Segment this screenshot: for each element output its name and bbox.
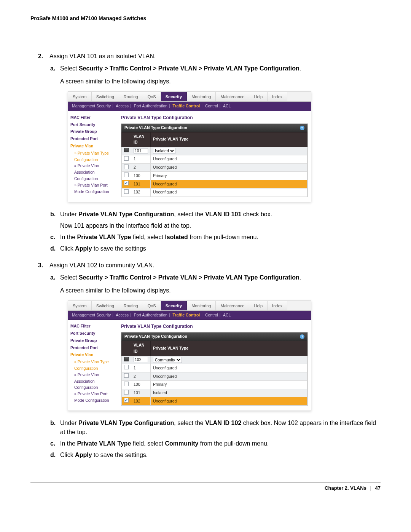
sidebar: MAC Filter Port Security Private Group P… xyxy=(68,111,119,200)
subnav-access[interactable]: Access xyxy=(116,104,129,108)
subnav-port-auth[interactable]: Port Authentication xyxy=(134,104,167,108)
sidebar-item-private-vlan[interactable]: Private Vlan xyxy=(70,143,117,149)
subnav-control[interactable]: Control xyxy=(205,313,218,317)
tab-routing[interactable]: Routing xyxy=(119,92,143,101)
help-icon[interactable]: ? xyxy=(300,126,304,130)
footer-page: 47 xyxy=(375,485,381,491)
col-checkbox xyxy=(122,341,131,356)
top-tabs: System Switching Routing QoS Security Mo… xyxy=(68,92,311,102)
tab-maintenance[interactable]: Maintenance xyxy=(216,301,249,310)
table-row[interactable]: 101 Unconfigured xyxy=(122,180,307,189)
sidebar-item-mac-filter[interactable]: MAC Filter xyxy=(70,323,117,329)
subnav-control[interactable]: Control xyxy=(205,104,218,108)
tab-system[interactable]: System xyxy=(68,301,92,310)
select-all-checkbox[interactable] xyxy=(124,357,129,361)
tab-security[interactable]: Security xyxy=(161,92,187,101)
subnav-traffic-control[interactable]: Traffic Control xyxy=(173,313,200,317)
table-row[interactable]: 102 Unconfigured xyxy=(122,188,307,197)
follow-up: Now 101 appears in the interface field a… xyxy=(60,221,381,230)
subnav: Management Security| Access| Port Authen… xyxy=(68,311,311,320)
row-vlan-type: Isolated xyxy=(151,389,307,397)
row-checkbox[interactable] xyxy=(124,173,129,177)
table-row[interactable]: 2 Unconfigured xyxy=(122,372,307,381)
config-panel: Private VLAN Type Configuration ? VLAN I… xyxy=(121,332,308,406)
row-checkbox[interactable] xyxy=(124,382,129,386)
subnav: Management Security| Access| Port Authen… xyxy=(68,102,311,111)
table-row[interactable]: 1 Unconfigured xyxy=(122,364,307,372)
sidebar-item-assoc-config[interactable]: » Private Vlan Association Configuration xyxy=(70,372,117,391)
top-tabs: System Switching Routing QoS Security Mo… xyxy=(68,301,311,311)
tab-index[interactable]: Index xyxy=(268,92,287,101)
filter-vlan-id-input[interactable] xyxy=(134,148,148,153)
tab-qos[interactable]: QoS xyxy=(143,301,161,310)
subnav-management-security[interactable]: Management Security xyxy=(72,313,111,317)
sidebar-item-mac-filter[interactable]: MAC Filter xyxy=(70,114,117,121)
tab-maintenance[interactable]: Maintenance xyxy=(216,92,249,101)
row-vlan-type: Unconfigured xyxy=(151,372,307,381)
tab-help[interactable]: Help xyxy=(249,92,268,101)
filter-vlan-id-input[interactable] xyxy=(134,357,148,362)
row-checkbox[interactable] xyxy=(124,165,129,169)
select-all-checkbox[interactable] xyxy=(124,148,129,152)
sidebar-item-port-security[interactable]: Port Security xyxy=(70,330,117,337)
subnav-traffic-control[interactable]: Traffic Control xyxy=(173,104,200,108)
row-vlan-id: 100 xyxy=(131,380,151,389)
subnav-port-auth[interactable]: Port Authentication xyxy=(134,313,167,317)
table-row[interactable]: 100 Primary xyxy=(122,380,307,389)
step-3-title: Assign VLAN 102 to community VLAN. xyxy=(49,262,155,268)
sidebar-item-port-security[interactable]: Port Security xyxy=(70,121,117,128)
sidebar-item-type-config[interactable]: » Private Vlan Type Configuration xyxy=(70,150,117,163)
col-vlan-id: VLAN ID xyxy=(131,132,151,147)
screenshot-2: System Switching Routing QoS Security Mo… xyxy=(68,300,311,411)
filter-vlan-type-select[interactable]: Community xyxy=(153,357,182,363)
table-row[interactable]: 1 Unconfigured xyxy=(122,155,307,163)
row-vlan-id: 1 xyxy=(131,155,151,163)
substep-letter: b. xyxy=(50,210,56,219)
tab-monitoring[interactable]: Monitoring xyxy=(187,301,216,310)
tab-switching[interactable]: Switching xyxy=(92,301,119,310)
config-panel: Private VLAN Type Configuration ? VLAN I… xyxy=(121,123,308,197)
tab-switching[interactable]: Switching xyxy=(92,92,119,101)
tab-qos[interactable]: QoS xyxy=(143,92,161,101)
subnav-acl[interactable]: ACL xyxy=(223,313,231,317)
content-title: Private VLAN Type Configuration xyxy=(121,114,308,121)
table-row[interactable]: 2 Unconfigured xyxy=(122,163,307,172)
sidebar-item-assoc-config[interactable]: » Private Vlan Association Configuration xyxy=(70,163,117,182)
sidebar-item-type-config[interactable]: » Private Vlan Type Configuration xyxy=(70,359,117,372)
row-vlan-type: Unconfigured xyxy=(151,163,307,172)
sidebar-item-private-vlan[interactable]: Private Vlan xyxy=(70,351,117,358)
substep-text: Select xyxy=(60,65,79,72)
subnav-management-security[interactable]: Management Security xyxy=(72,104,111,108)
sidebar-item-private-group[interactable]: Private Group xyxy=(70,128,117,135)
row-checkbox[interactable] xyxy=(124,398,129,403)
row-checkbox[interactable] xyxy=(124,181,129,185)
sidebar-item-port-mode-config[interactable]: » Private Vlan Port Mode Configuration xyxy=(70,182,117,195)
tab-help[interactable]: Help xyxy=(249,301,268,310)
subnav-acl[interactable]: ACL xyxy=(223,104,231,108)
table-row[interactable]: 102 Unconfigured xyxy=(122,397,307,406)
tab-routing[interactable]: Routing xyxy=(119,301,143,310)
vlan-table: VLAN ID Private VLAN Type Isolated xyxy=(121,132,307,197)
sidebar-item-protected-port[interactable]: Protected Port xyxy=(70,345,117,351)
subnav-access[interactable]: Access xyxy=(116,313,129,317)
filter-vlan-type-select[interactable]: Isolated xyxy=(153,148,175,154)
tab-system[interactable]: System xyxy=(68,92,92,101)
tab-monitoring[interactable]: Monitoring xyxy=(187,92,216,101)
panel-header-label: Private VLAN Type Configuration xyxy=(124,334,187,340)
row-checkbox[interactable] xyxy=(124,365,129,369)
tab-index[interactable]: Index xyxy=(268,301,287,310)
row-checkbox[interactable] xyxy=(124,390,129,395)
table-row[interactable]: 100 Primary xyxy=(122,172,307,180)
table-row[interactable]: 101 Isolated xyxy=(122,389,307,397)
row-checkbox[interactable] xyxy=(124,373,129,378)
row-vlan-id: 101 xyxy=(131,389,151,397)
row-checkbox[interactable] xyxy=(124,156,129,161)
sidebar-item-port-mode-config[interactable]: » Private Vlan Port Mode Configuration xyxy=(70,391,117,404)
row-vlan-id: 2 xyxy=(131,163,151,172)
row-vlan-type: Unconfigured xyxy=(151,188,307,197)
sidebar-item-protected-port[interactable]: Protected Port xyxy=(70,136,117,142)
help-icon[interactable]: ? xyxy=(300,334,304,339)
sidebar-item-private-group[interactable]: Private Group xyxy=(70,337,117,344)
tab-security[interactable]: Security xyxy=(161,301,187,310)
row-checkbox[interactable] xyxy=(124,189,129,194)
